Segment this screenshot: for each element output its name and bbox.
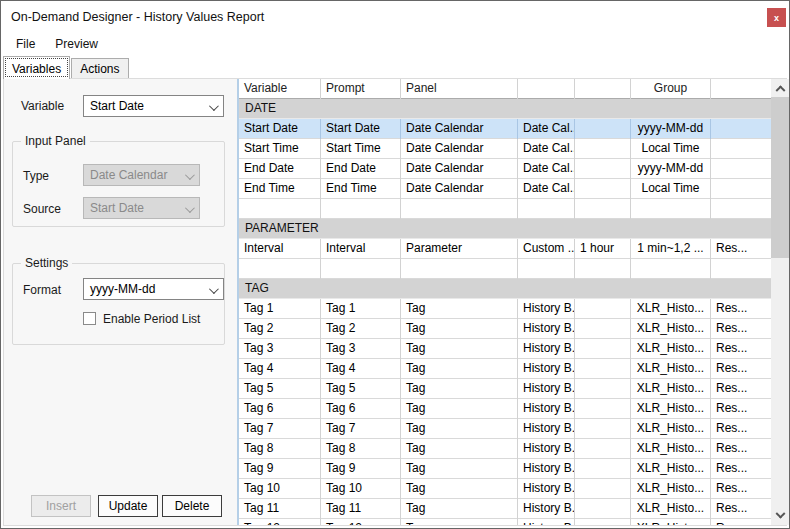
table-cell: Tag 5 — [321, 379, 401, 399]
table-cell — [518, 259, 575, 279]
variable-label: Variable — [21, 99, 64, 113]
table-row[interactable] — [239, 259, 771, 279]
table-cell: Tag 1 — [321, 299, 401, 319]
table-cell: End Time — [321, 179, 401, 199]
table-cell: Tag — [401, 399, 518, 419]
table-cell: Tag 6 — [321, 399, 401, 419]
table-cell: Tag 11 — [239, 499, 321, 519]
table-row[interactable]: Start TimeStart TimeDate CalendarDate Ca… — [239, 139, 771, 159]
grid-header-row: VariablePromptPanelGroup — [239, 79, 771, 99]
enable-period-list-checkbox[interactable] — [83, 312, 96, 325]
update-button[interactable]: Update — [98, 495, 158, 517]
variable-combobox[interactable]: Start Date — [83, 95, 224, 117]
chevron-up-icon — [775, 85, 785, 95]
chevron-down-icon — [775, 509, 785, 519]
table-row[interactable]: Tag 2Tag 2TagHistory B...XLR_Histo...Res… — [239, 319, 771, 339]
table-row[interactable]: IntervalIntervalParameterCustom ...1 hou… — [239, 239, 771, 259]
scroll-down-button[interactable] — [771, 508, 789, 525]
table-cell: History B... — [518, 459, 575, 479]
table-cell: Local Time — [631, 139, 711, 159]
window-title: On-Demand Designer - History Values Repo… — [11, 10, 264, 24]
table-cell: XLR_Histo... — [631, 339, 711, 359]
table-cell — [575, 379, 631, 399]
table-row[interactable]: Tag 7Tag 7TagHistory B...XLR_Histo...Res… — [239, 419, 771, 439]
scroll-up-button[interactable] — [771, 79, 789, 96]
delete-button[interactable]: Delete — [162, 495, 222, 517]
format-combobox[interactable]: yyyy-MM-dd — [83, 278, 224, 300]
table-cell: Res... — [711, 459, 771, 479]
column-header-group[interactable]: Group — [631, 79, 711, 99]
table-cell — [575, 479, 631, 499]
table-cell — [711, 139, 771, 159]
column-header-prompt[interactable]: Prompt — [321, 79, 401, 99]
column-header-variable[interactable]: Variable — [239, 79, 321, 99]
table-cell — [321, 199, 401, 219]
scrollbar-thumb[interactable] — [771, 97, 789, 258]
table-row[interactable]: Tag 5Tag 5TagHistory B...XLR_Histo...Res… — [239, 379, 771, 399]
table-cell — [239, 199, 321, 219]
table-row[interactable]: Tag 1Tag 1TagHistory B...XLR_Histo...Res… — [239, 299, 771, 319]
table-row[interactable]: End TimeEnd TimeDate CalendarDate Cal...… — [239, 179, 771, 199]
table-cell: Res... — [711, 519, 771, 525]
table-cell: Tag 7 — [321, 419, 401, 439]
close-button[interactable]: x — [767, 8, 786, 27]
table-cell: Tag — [401, 499, 518, 519]
table-cell: Interval — [239, 239, 321, 259]
table-cell: Date Calendar — [401, 119, 518, 139]
table-cell — [575, 259, 631, 279]
table-cell: XLR_Histo... — [631, 419, 711, 439]
table-cell: Date Cal... — [518, 179, 575, 199]
table-cell: Res... — [711, 379, 771, 399]
menu-preview[interactable]: Preview — [45, 34, 108, 54]
format-label: Format — [23, 283, 61, 297]
column-header-blank-3[interactable] — [518, 79, 575, 99]
table-cell: Tag 7 — [239, 419, 321, 439]
table-cell: Date Cal... — [518, 159, 575, 179]
column-header-blank-4[interactable] — [575, 79, 631, 99]
table-row[interactable]: Start DateStart DateDate CalendarDate Ca… — [239, 119, 771, 139]
menu-file[interactable]: File — [6, 34, 45, 54]
tab-variables[interactable]: Variables — [3, 56, 70, 79]
table-cell: 1 min~1,2 ... — [631, 239, 711, 259]
column-header-blank-6[interactable] — [711, 79, 771, 99]
table-cell: Tag 10 — [239, 479, 321, 499]
table-row[interactable]: Tag 11Tag 11TagHistory B...XLR_Histo...R… — [239, 499, 771, 519]
table-cell: Tag 8 — [321, 439, 401, 459]
table-row[interactable]: Tag 4Tag 4TagHistory B...XLR_Histo...Res… — [239, 359, 771, 379]
table-row[interactable]: Tag 12Tag 12TagHistory B...XLR_Histo...R… — [239, 519, 771, 525]
table-cell: Res... — [711, 479, 771, 499]
table-cell: Tag 11 — [321, 499, 401, 519]
vertical-scrollbar[interactable] — [771, 79, 789, 525]
table-cell — [631, 199, 711, 219]
table-row[interactable]: Tag 10Tag 10TagHistory B...XLR_Histo...R… — [239, 479, 771, 499]
column-header-panel[interactable]: Panel — [401, 79, 518, 99]
table-cell: XLR_Histo... — [631, 519, 711, 525]
type-combobox: Date Calendar — [83, 164, 200, 186]
table-row[interactable]: Tag 9Tag 9TagHistory B...XLR_Histo...Res… — [239, 459, 771, 479]
table-cell: XLR_Histo... — [631, 319, 711, 339]
enable-period-list-label: Enable Period List — [103, 312, 200, 326]
table-cell: Start Date — [239, 119, 321, 139]
table-row[interactable]: Tag 3Tag 3TagHistory B...XLR_Histo...Res… — [239, 339, 771, 359]
table-row[interactable]: End DateEnd DateDate CalendarDate Cal...… — [239, 159, 771, 179]
table-cell: Tag — [401, 319, 518, 339]
table-cell: Res... — [711, 339, 771, 359]
table-cell: History B... — [518, 439, 575, 459]
insert-button: Insert — [31, 495, 91, 517]
table-row[interactable]: Tag 8Tag 8TagHistory B...XLR_Histo...Res… — [239, 439, 771, 459]
table-cell: Local Time — [631, 179, 711, 199]
table-cell: XLR_Histo... — [631, 379, 711, 399]
table-cell — [401, 259, 518, 279]
table-cell: Tag 2 — [321, 319, 401, 339]
table-cell: Tag 6 — [239, 399, 321, 419]
table-cell — [631, 259, 711, 279]
table-row[interactable] — [239, 199, 771, 219]
table-cell: History B... — [518, 479, 575, 499]
table-cell: Tag — [401, 479, 518, 499]
table-cell — [575, 319, 631, 339]
table-cell: Date Cal... — [518, 139, 575, 159]
table-row[interactable]: Tag 6Tag 6TagHistory B...XLR_Histo...Res… — [239, 399, 771, 419]
tab-actions[interactable]: Actions — [71, 58, 128, 78]
variables-tab-page: Variable Start Date Input Panel Type Dat… — [3, 78, 787, 526]
section-row-date: DATE — [239, 99, 771, 119]
